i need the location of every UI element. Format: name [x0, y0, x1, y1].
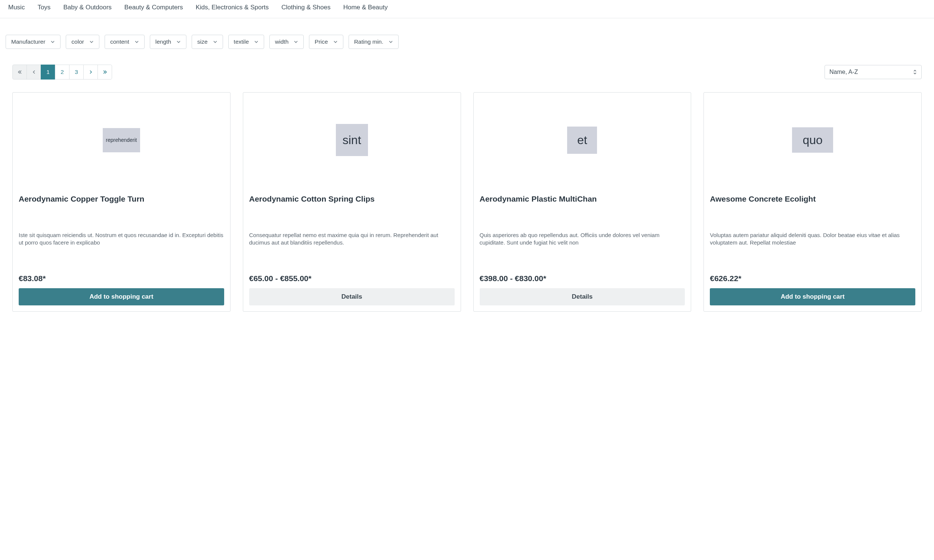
nav-item-beauty-computers[interactable]: Beauty & Computers — [125, 4, 183, 11]
filter-label: textile — [234, 38, 249, 45]
product-title[interactable]: Awesome Concrete Ecolight — [710, 194, 916, 215]
chevron-down-icon — [213, 40, 217, 44]
product-price: €83.08* — [18, 274, 224, 283]
page-first — [12, 65, 27, 80]
page-2[interactable]: 2 — [55, 65, 69, 80]
product-card: reprehenderit Aerodynamic Copper Toggle … — [12, 92, 231, 312]
product-card: et Aerodynamic Plastic MultiChan Quis as… — [473, 92, 692, 312]
filter-rating-min[interactable]: Rating min. — [348, 35, 399, 49]
filter-label: width — [275, 38, 288, 45]
page-last[interactable] — [97, 65, 112, 80]
add-to-cart-button[interactable]: Add to shopping cart — [710, 288, 916, 305]
filter-color[interactable]: color — [66, 35, 99, 49]
filter-label: color — [71, 38, 84, 45]
chevron-right-icon — [89, 70, 93, 74]
chevron-down-icon — [294, 40, 298, 44]
product-desc: Iste sit quisquam reiciendis ut. Nostrum… — [18, 231, 224, 258]
page-prev — [26, 65, 41, 80]
product-price: €398.00 - €830.00* — [480, 274, 685, 283]
sort-select[interactable]: Name, A-Z — [825, 65, 922, 79]
product-title[interactable]: Aerodynamic Copper Toggle Turn — [18, 194, 224, 215]
product-price: €65.00 - €855.00* — [249, 274, 455, 283]
product-image-wrap[interactable]: reprehenderit — [18, 98, 224, 182]
filter-width[interactable]: width — [270, 35, 304, 49]
chevrons-left-icon — [17, 69, 22, 75]
nav-item-toys[interactable]: Toys — [37, 4, 51, 11]
chevron-down-icon — [134, 40, 139, 44]
chevron-left-icon — [32, 70, 36, 74]
filter-label: Price — [314, 38, 328, 45]
product-title[interactable]: Aerodynamic Plastic MultiChan — [480, 194, 685, 215]
product-card: sint Aerodynamic Cotton Spring Clips Con… — [243, 92, 461, 312]
filter-price[interactable]: Price — [309, 35, 343, 49]
top-nav: Music Toys Baby & Outdoors Beauty & Comp… — [0, 0, 934, 18]
filter-size[interactable]: size — [192, 35, 223, 49]
nav-item-baby-outdoors[interactable]: Baby & Outdoors — [63, 4, 111, 11]
nav-item-music[interactable]: Music — [8, 4, 25, 11]
filter-label: length — [156, 38, 171, 45]
product-image: reprehenderit — [103, 128, 140, 152]
product-image-wrap[interactable]: quo — [710, 98, 916, 182]
filter-manufacturer[interactable]: Manufacturer — [6, 35, 60, 49]
filter-bar: Manufacturer color content length size t… — [0, 18, 934, 52]
details-button[interactable]: Details — [480, 288, 685, 305]
nav-item-kids-electronics-sports[interactable]: Kids, Electronics & Sports — [196, 4, 269, 11]
page-3[interactable]: 3 — [69, 65, 84, 80]
chevrons-right-icon — [102, 69, 108, 75]
product-desc: Consequatur repellat nemo est maxime qui… — [249, 231, 455, 258]
product-title[interactable]: Aerodynamic Cotton Spring Clips — [249, 194, 455, 215]
details-button[interactable]: Details — [249, 288, 455, 305]
filter-textile[interactable]: textile — [228, 35, 265, 49]
pagination: 1 2 3 — [12, 65, 112, 80]
add-to-cart-button[interactable]: Add to shopping cart — [18, 288, 224, 305]
product-image: sint — [336, 124, 368, 156]
product-desc: Quis asperiores ab quo repellendus aut. … — [480, 231, 685, 258]
product-image: et — [567, 126, 597, 154]
sort-caret-icon — [913, 69, 917, 75]
product-grid: reprehenderit Aerodynamic Copper Toggle … — [0, 85, 934, 323]
chevron-down-icon — [388, 40, 393, 44]
chevron-down-icon — [51, 40, 55, 44]
chevron-down-icon — [176, 40, 181, 44]
filter-length[interactable]: length — [150, 35, 186, 49]
page-1[interactable]: 1 — [41, 65, 55, 80]
product-image: quo — [792, 127, 833, 153]
filter-label: Manufacturer — [11, 38, 45, 45]
nav-item-clothing-shoes[interactable]: Clothing & Shoes — [281, 4, 330, 11]
chevron-down-icon — [89, 40, 94, 44]
nav-item-home-beauty[interactable]: Home & Beauty — [343, 4, 388, 11]
product-image-wrap[interactable]: et — [480, 98, 685, 182]
product-image-wrap[interactable]: sint — [249, 98, 455, 182]
filter-label: Rating min. — [354, 38, 383, 45]
toolbar: 1 2 3 Name, A-Z — [0, 52, 934, 85]
page-next[interactable] — [83, 65, 98, 80]
sort-selected-label: Name, A-Z — [829, 69, 858, 75]
chevron-down-icon — [333, 40, 338, 44]
filter-content[interactable]: content — [105, 35, 145, 49]
product-desc: Voluptas autem pariatur aliquid deleniti… — [710, 231, 916, 258]
product-price: €626.22* — [710, 274, 916, 283]
filter-label: content — [110, 38, 129, 45]
product-card: quo Awesome Concrete Ecolight Voluptas a… — [703, 92, 922, 312]
chevron-down-icon — [254, 40, 259, 44]
filter-label: size — [197, 38, 208, 45]
